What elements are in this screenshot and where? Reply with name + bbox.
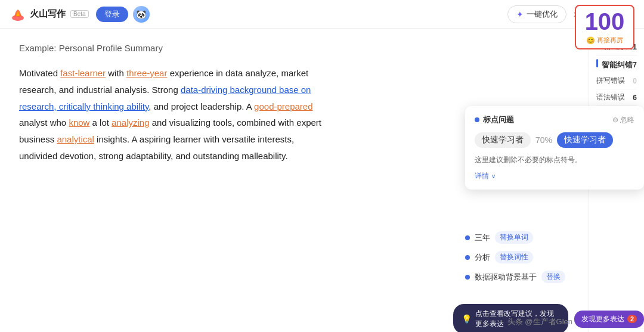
suggestion-action-1[interactable]: 替换单词 — [495, 231, 533, 244]
popup-ignore-button[interactable]: ⊖ 忽略 — [612, 115, 634, 125]
body-text-4: , and project leadership. A — [148, 101, 254, 111]
popup-description: 这里建议删除不必要的标点符号。 — [475, 155, 634, 165]
highlight-analytical: analytical — [57, 134, 94, 144]
spelling-label: 拼写错误 — [596, 76, 625, 86]
popup-suggested-word[interactable]: 快速学习者 — [557, 132, 613, 148]
editor-panel: Example: Personal Profile Summary Motiva… — [0, 29, 346, 332]
score-box: 100 再接再厉 — [575, 5, 634, 49]
optimize-button[interactable]: ✦ 一键优化 — [507, 5, 566, 23]
suggestion-item-2: 分析 替换词性 — [465, 251, 644, 263]
sidebar-item-spelling[interactable]: 拼写错误 0 — [596, 73, 637, 89]
logo-icon — [10, 6, 26, 23]
suggestion-dot-1 — [465, 235, 470, 240]
popup-detail-label: 详情 — [475, 171, 489, 181]
navbar: 火山写作 Beta 登录 🐼 ✦ 一键优化 » 全部建议 11 100 再接再厉 — [0, 0, 644, 29]
group-1-title: 智能纠错 — [602, 60, 633, 69]
grammar-label: 语法错误 — [596, 92, 625, 103]
highlight-analyzing: analyzing — [112, 117, 149, 128]
popup-tag-text: 标点问题 — [483, 114, 514, 125]
logo-area: 火山写作 Beta — [10, 6, 89, 23]
body-text-6: a lot — [89, 117, 112, 128]
avatar-button[interactable]: 🐼 — [133, 6, 150, 23]
suggestion-item-3: 数据驱动背景基于 替换 — [465, 271, 644, 283]
chevron-down-icon: ∨ — [491, 173, 496, 179]
popup-detail-button[interactable]: 详情 ∨ — [475, 171, 634, 181]
popup-original-word: 快速学习者 — [475, 132, 531, 148]
suggestion-dot-3 — [465, 275, 470, 280]
body-text-1: Motivated — [19, 68, 60, 78]
logo-text: 火山写作 — [30, 8, 66, 20]
popup-tag: 标点问题 — [475, 114, 514, 125]
popup-header: 标点问题 ⊖ 忽略 — [475, 114, 634, 125]
highlight-three-year: three-year — [126, 68, 167, 78]
login-button[interactable]: 登录 — [96, 7, 128, 22]
body-text-5: analyst who — [19, 117, 69, 128]
score-sub-label: 再接再厉 — [586, 36, 623, 45]
suggestion-action-3[interactable]: 替换 — [541, 271, 565, 283]
highlight-fast-learner: fast-learner — [60, 68, 106, 78]
suggestion-text-2: 分析 — [475, 252, 490, 263]
score-number: 100 — [585, 10, 625, 33]
popup-arrow: 70% — [535, 135, 552, 145]
suggestion-items: 三年 替换单词 分析 替换词性 数据驱动背景基于 替换 — [465, 231, 644, 290]
suggestion-item-1: 三年 替换单词 — [465, 231, 644, 244]
body-text-2: with — [106, 68, 126, 78]
popup-dot — [475, 117, 479, 122]
discover-count-badge: 2 — [627, 315, 637, 323]
popup-ignore-label: 忽略 — [620, 115, 634, 125]
group-1-bar: 智能纠错 — [596, 59, 633, 70]
discover-label: 发现更多表达 — [581, 314, 624, 324]
spelling-count: 0 — [633, 77, 637, 85]
discover-button[interactable]: 发现更多表达 2 — [574, 311, 644, 328]
spark-icon: ✦ — [516, 10, 524, 19]
suggestion-text-3: 数据驱动背景基于 — [475, 272, 537, 283]
lightbulb-icon: 💡 — [462, 314, 472, 324]
sidebar-item-grammar[interactable]: 语法错误 6 — [596, 89, 637, 106]
highlight-good-prepared: good-prepared — [254, 101, 312, 111]
group-1-count: 7 — [633, 61, 637, 69]
sidebar-group-title-1[interactable]: 智能纠错 7 — [596, 55, 637, 73]
suggestion-text-1: 三年 — [475, 232, 490, 243]
popup-words: 快速学习者 70% 快速学习者 — [475, 132, 634, 148]
grammar-count: 6 — [633, 94, 637, 102]
watermark: 头条 @生产者Glen — [507, 317, 572, 327]
doc-body: Motivated fast-learner with three-year e… — [19, 65, 327, 165]
beta-badge: Beta — [70, 10, 89, 18]
popup-card: 标点问题 ⊖ 忽略 快速学习者 70% 快速学习者 这里建议删除不必要的标点符号… — [465, 106, 644, 190]
suggestion-dot-2 — [465, 255, 470, 260]
doc-title: Example: Personal Profile Summary — [19, 43, 327, 53]
optimize-label: 一键优化 — [527, 9, 558, 20]
highlight-know: know — [69, 117, 89, 128]
main-content: Example: Personal Profile Summary Motiva… — [0, 29, 644, 332]
suggestion-action-2[interactable]: 替换词性 — [495, 251, 533, 263]
